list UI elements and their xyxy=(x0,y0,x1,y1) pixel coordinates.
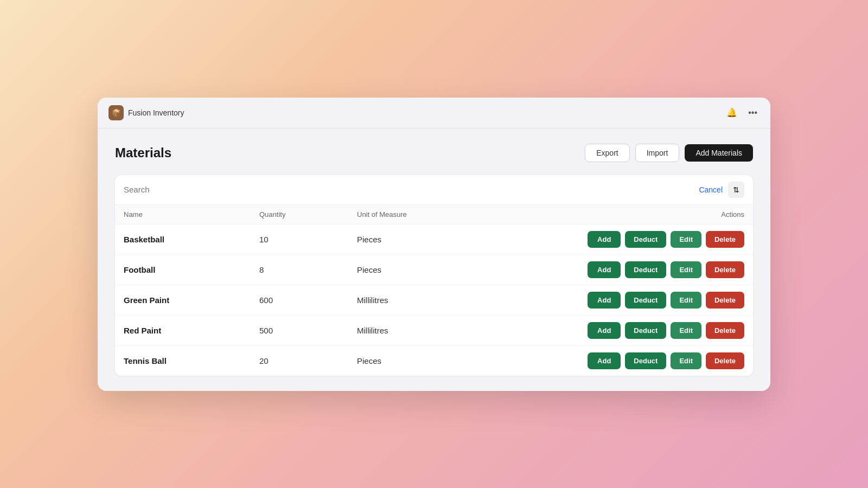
search-right: Cancel ⇅ xyxy=(699,182,744,198)
col-header-name: Name xyxy=(124,210,259,219)
cell-name: Football xyxy=(124,265,259,274)
more-options-icon[interactable]: ••• xyxy=(746,106,760,120)
cell-unit: Pieces xyxy=(357,265,493,274)
cell-unit: Millilitres xyxy=(357,326,493,335)
search-bar: Cancel ⇅ xyxy=(115,175,753,205)
cell-name: Red Paint xyxy=(124,326,259,335)
titlebar: 📦 Fusion Inventory 🔔 ••• xyxy=(98,98,770,129)
cell-qty: 8 xyxy=(259,265,357,274)
materials-table: Cancel ⇅ Name Quantity Unit of Measure A… xyxy=(115,175,753,376)
delete-button[interactable]: Delete xyxy=(706,322,744,339)
col-header-actions: Actions xyxy=(493,210,744,219)
cell-qty: 500 xyxy=(259,326,357,335)
deduct-button[interactable]: Deduct xyxy=(625,261,666,278)
deduct-button[interactable]: Deduct xyxy=(625,352,666,369)
cell-actions: Add Deduct Edit Delete xyxy=(493,231,744,248)
table-header: Name Quantity Unit of Measure Actions xyxy=(115,205,753,224)
delete-button[interactable]: Delete xyxy=(706,352,744,369)
deduct-button[interactable]: Deduct xyxy=(625,231,666,248)
add-button[interactable]: Add xyxy=(588,292,621,309)
cell-unit: Millilitres xyxy=(357,296,493,305)
add-materials-button[interactable]: Add Materials xyxy=(685,144,753,162)
table-row: Red Paint 500 Millilitres Add Deduct Edi… xyxy=(115,316,753,346)
add-button[interactable]: Add xyxy=(588,261,621,278)
col-header-unit: Unit of Measure xyxy=(357,210,493,219)
cell-qty: 600 xyxy=(259,296,357,305)
edit-button[interactable]: Edit xyxy=(671,231,701,248)
sort-button[interactable]: ⇅ xyxy=(728,182,744,198)
delete-button[interactable]: Delete xyxy=(706,261,744,278)
cell-unit: Pieces xyxy=(357,235,493,244)
header-actions: Export Import Add Materials xyxy=(585,144,753,162)
cell-actions: Add Deduct Edit Delete xyxy=(493,292,744,309)
add-button[interactable]: Add xyxy=(588,322,621,339)
app-icon: 📦 xyxy=(108,105,124,120)
cell-name: Green Paint xyxy=(124,296,259,305)
search-input[interactable] xyxy=(124,185,699,194)
edit-button[interactable]: Edit xyxy=(671,261,701,278)
cell-actions: Add Deduct Edit Delete xyxy=(493,261,744,278)
cell-qty: 20 xyxy=(259,356,357,365)
edit-button[interactable]: Edit xyxy=(671,352,701,369)
page-header: Materials Export Import Add Materials xyxy=(115,144,753,162)
titlebar-left: 📦 Fusion Inventory xyxy=(108,105,184,120)
add-button[interactable]: Add xyxy=(588,352,621,369)
col-header-quantity: Quantity xyxy=(259,210,357,219)
cell-actions: Add Deduct Edit Delete xyxy=(493,322,744,339)
cell-qty: 10 xyxy=(259,235,357,244)
table-row: Tennis Ball 20 Pieces Add Deduct Edit De… xyxy=(115,346,753,376)
delete-button[interactable]: Delete xyxy=(706,231,744,248)
main-content: Materials Export Import Add Materials Ca… xyxy=(98,129,770,391)
table-row: Green Paint 600 Millilitres Add Deduct E… xyxy=(115,285,753,316)
table-row: Basketball 10 Pieces Add Deduct Edit Del… xyxy=(115,224,753,255)
cell-name: Tennis Ball xyxy=(124,356,259,365)
cell-name: Basketball xyxy=(124,235,259,244)
cell-actions: Add Deduct Edit Delete xyxy=(493,352,744,369)
cell-unit: Pieces xyxy=(357,356,493,365)
edit-button[interactable]: Edit xyxy=(671,292,701,309)
cancel-link[interactable]: Cancel xyxy=(699,185,723,194)
add-button[interactable]: Add xyxy=(588,231,621,248)
edit-button[interactable]: Edit xyxy=(671,322,701,339)
app-window: 📦 Fusion Inventory 🔔 ••• Materials Expor… xyxy=(98,98,770,391)
deduct-button[interactable]: Deduct xyxy=(625,292,666,309)
deduct-button[interactable]: Deduct xyxy=(625,322,666,339)
titlebar-right: 🔔 ••• xyxy=(724,105,760,120)
page-title: Materials xyxy=(115,145,171,160)
export-button[interactable]: Export xyxy=(585,144,629,162)
app-title: Fusion Inventory xyxy=(128,108,184,117)
import-button[interactable]: Import xyxy=(635,144,680,162)
table-row: Football 8 Pieces Add Deduct Edit Delete xyxy=(115,255,753,285)
delete-button[interactable]: Delete xyxy=(706,292,744,309)
notification-icon[interactable]: 🔔 xyxy=(724,105,739,120)
